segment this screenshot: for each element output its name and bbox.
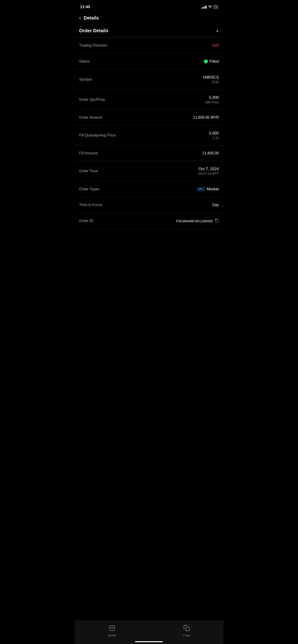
symbol-secondary: 5199	[203, 80, 219, 84]
order-time-secondary: 09:47:19 MYT	[198, 172, 219, 176]
order-types-value: MKT Market	[197, 187, 219, 192]
wifi-icon	[208, 5, 212, 9]
status-bar: 11:45 73	[75, 0, 223, 12]
order-amount-value: 11,600.00 MYR	[193, 116, 219, 120]
order-types-row: Order Types MKT Market	[75, 181, 223, 197]
order-qty-price-value: 5,000 Mkt Price	[205, 95, 219, 104]
time-in-force-label: Time-in-Force	[79, 203, 102, 207]
nav-bar: ‹ Details	[75, 12, 223, 24]
copy-id-button[interactable]	[215, 218, 219, 224]
order-time-row: Order Time Oct 7, 2024 09:47:19 MYT	[75, 161, 223, 181]
status-row: Status Filled	[75, 54, 223, 70]
chevron-up-icon: ∧	[216, 28, 219, 33]
mkt-badge: MKT	[197, 187, 205, 191]
order-id-text: FM199406F4D1190000	[176, 219, 213, 223]
page-title: Details	[84, 15, 99, 21]
fill-qty-avg-price-value: 5,000 2.32	[209, 131, 219, 140]
fill-amount-value: 11,600.00	[202, 151, 219, 155]
status-icons: 73	[201, 5, 218, 9]
trading-direction-value: Sell	[212, 43, 219, 48]
order-qty-price-row: Order Qty/Price 5,000 Mkt Price	[75, 90, 223, 110]
battery-icon: 73	[213, 5, 218, 9]
time-in-force-value: Day	[212, 203, 219, 207]
fill-amount-label: Fill Amount	[79, 151, 98, 155]
back-button[interactable]: ‹	[79, 16, 81, 21]
order-types-text: Market	[207, 187, 219, 192]
order-time-primary: Oct 7, 2024	[198, 167, 219, 171]
symbol-value: HIBISCS 5199	[203, 75, 219, 84]
order-id-value: FM199406F4D1190000	[176, 218, 219, 224]
trading-direction-row: Trading Direction Sell	[75, 37, 223, 54]
section-title: Order Details	[79, 28, 108, 34]
fill-qty-primary: 5,000	[209, 131, 219, 136]
status-text: Filled	[209, 59, 219, 64]
order-time-value: Oct 7, 2024 09:47:19 MYT	[198, 167, 219, 176]
order-types-label: Order Types	[79, 187, 100, 191]
order-qty-primary: 5,000	[205, 95, 219, 100]
fill-amount-row: Fill Amount 11,600.00	[75, 146, 223, 161]
fill-qty-avg-price-row: Fill Quantity/Avg Price 5,000 2.32	[75, 126, 223, 146]
status-label: Status	[79, 59, 90, 64]
symbol-label: Symbol	[79, 78, 91, 82]
symbol-row: Symbol HIBISCS 5199	[75, 70, 223, 90]
battery-level: 73	[214, 6, 217, 8]
fill-qty-avg-price-label: Fill Quantity/Avg Price	[79, 133, 116, 138]
trading-direction-label: Trading Direction	[79, 43, 107, 48]
section-header[interactable]: Order Details ∧	[75, 24, 223, 37]
signal-bars-icon	[201, 6, 207, 8]
time-in-force-row: Time-in-Force Day	[75, 197, 223, 213]
order-id-row: Order ID FM199406F4D1190000	[75, 213, 223, 229]
order-qty-price-label: Order Qty/Price	[79, 98, 105, 102]
order-id-label: Order ID	[79, 219, 93, 223]
order-amount-label: Order Amount	[79, 116, 102, 120]
order-amount-row: Order Amount 11,600.00 MYR	[75, 110, 223, 126]
status-value: Filled	[204, 59, 219, 64]
status-filled-icon	[204, 59, 208, 64]
order-time-label: Order Time	[79, 169, 98, 173]
order-qty-secondary: Mkt Price	[205, 100, 219, 104]
symbol-primary: HIBISCS	[203, 75, 219, 80]
status-time: 11:45	[80, 5, 90, 9]
fill-qty-secondary: 2.32	[209, 136, 219, 140]
